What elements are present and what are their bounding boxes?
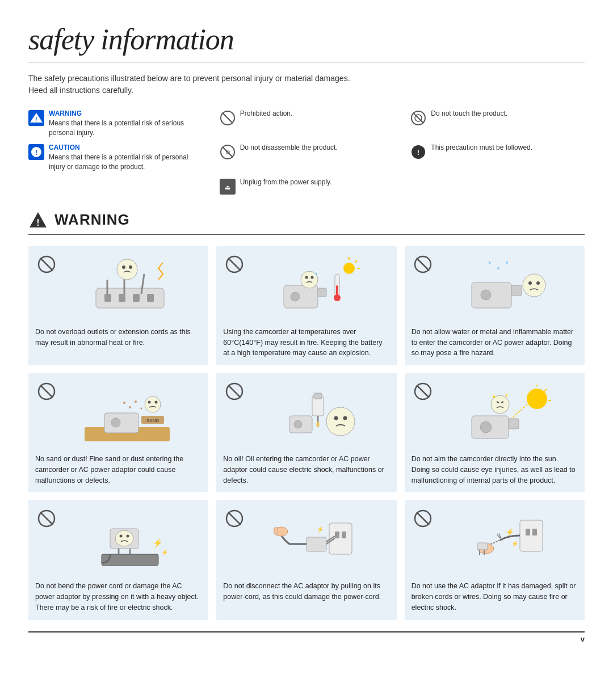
svg-rect-36 — [318, 288, 326, 297]
legend-no-disassemble: ⚙ Do not disassemble the product. — [220, 143, 394, 171]
card4-text: No sand or dust! Fine sand or dust enter… — [35, 454, 201, 486]
warning-card-damaged: ⚡ ⚡ Do not use the AC adaptor if it has … — [405, 500, 585, 619]
unplug-legend-text: Unplug from the power supply. — [240, 178, 332, 187]
warning-section-icon: ! — [28, 210, 48, 230]
svg-point-74 — [326, 407, 355, 436]
svg-point-40 — [310, 276, 313, 279]
no-sign-icon3 — [414, 255, 432, 273]
svg-text:✦: ✦ — [492, 394, 496, 400]
warning-cards-grid: Do not overload outlets or extension cor… — [28, 246, 585, 620]
page-title: safety information — [28, 23, 585, 62]
svg-point-43 — [334, 294, 341, 301]
svg-line-13 — [222, 147, 233, 157]
svg-line-83 — [544, 389, 547, 391]
svg-rect-107 — [329, 523, 352, 554]
svg-point-63 — [123, 402, 125, 404]
legend-spacer2 — [410, 178, 585, 195]
svg-point-81 — [527, 389, 547, 409]
svg-point-52 — [481, 290, 491, 300]
warning-card-temperature: Using the camcorder at temperatures over… — [216, 246, 396, 365]
warning-card-sand: SAND No sand or dust! Fine sand or dust … — [28, 373, 208, 492]
card1-image — [35, 253, 201, 321]
svg-point-53 — [523, 274, 545, 297]
svg-text:⏏: ⏏ — [225, 184, 230, 191]
svg-text:!: ! — [35, 116, 37, 123]
card8-image: ⚡ — [223, 507, 389, 575]
no-disassemble-legend-text: Do not disassemble the product. — [240, 143, 338, 153]
svg-rect-35 — [284, 285, 318, 308]
card7-image: ⚡ ⚡ — [35, 507, 201, 575]
warning-legend-text: WARNING Means that there is a potential … — [49, 109, 203, 137]
svg-text:⚡: ⚡ — [506, 528, 514, 536]
svg-line-4 — [222, 113, 233, 123]
svg-text:⚡: ⚡ — [153, 538, 163, 548]
card3-text: Do not allow water or metal and inflamma… — [412, 327, 578, 359]
svg-rect-24 — [119, 294, 125, 302]
svg-rect-112 — [274, 528, 278, 534]
svg-point-60 — [111, 418, 120, 427]
svg-line-95 — [40, 512, 53, 525]
legend-spacer1 — [28, 178, 203, 195]
svg-line-49 — [417, 258, 429, 271]
svg-point-37 — [291, 292, 300, 301]
svg-point-98 — [119, 534, 122, 537]
card8-text: Do not disconnect the AC adaptor by pull… — [223, 581, 389, 602]
svg-rect-51 — [511, 285, 522, 296]
svg-point-54 — [528, 281, 532, 285]
no-sign-icon6 — [414, 382, 432, 400]
disconnect-illustration: ⚡ — [267, 512, 363, 571]
svg-rect-26 — [147, 294, 154, 302]
warning-description: Means that there is a potential risk of … — [49, 119, 203, 138]
svg-point-88 — [480, 421, 492, 433]
oil-illustration — [267, 385, 363, 444]
warning-card-outlets: Do not overload outlets or extension cor… — [28, 246, 208, 365]
no-sign-icon4 — [37, 382, 56, 400]
card5-text: No oil! Oil entering the camcorder or AC… — [223, 454, 389, 486]
svg-rect-120 — [532, 529, 537, 535]
svg-point-69 — [154, 400, 157, 403]
warning-section-header: ! WARNING — [28, 210, 585, 235]
no-touch-legend-text: Do not touch the product. — [431, 109, 507, 119]
svg-point-62 — [135, 400, 137, 403]
must-follow-legend-text: This precaution must be followed. — [431, 143, 532, 153]
svg-point-31 — [122, 265, 125, 269]
card4-image: SAND — [35, 380, 201, 448]
svg-point-32 — [129, 265, 132, 269]
svg-text:SAND: SAND — [146, 418, 159, 423]
no-disassemble-icon: ⚙ — [220, 144, 236, 160]
sand-illustration: SAND — [79, 385, 175, 444]
svg-rect-73 — [314, 393, 322, 399]
powercord-illustration: ⚡ ⚡ — [79, 512, 175, 571]
warning-card-disconnect: ⚡ Do not disconnect the AC adaptor by pu… — [216, 500, 396, 619]
svg-text:⚡: ⚡ — [511, 540, 519, 547]
svg-point-30 — [117, 259, 137, 280]
unplug-label: Unplug from the power supply. — [240, 178, 332, 187]
svg-line-21 — [40, 258, 53, 271]
legend-must-follow: ! This precaution must be followed. — [410, 143, 585, 171]
outlets-illustration — [79, 257, 175, 317]
no-sign-icon9 — [414, 509, 432, 528]
legend-prohibited: Prohibited action. — [220, 109, 394, 137]
svg-rect-87 — [509, 419, 519, 429]
svg-point-61 — [129, 406, 131, 408]
card5-image — [223, 380, 389, 448]
warning-label: WARNING — [49, 109, 203, 119]
legend-no-touch: Do not touch the product. — [410, 109, 585, 137]
page-number: v — [28, 631, 585, 643]
svg-point-75 — [334, 416, 338, 420]
svg-text:⚡: ⚡ — [161, 549, 169, 556]
svg-point-67 — [145, 397, 161, 412]
warning-card-water: Do not allow water or metal and inflamma… — [405, 246, 585, 365]
prohibited-icon — [220, 110, 236, 126]
warning-card-oil: No oil! Oil entering the camcorder or AC… — [216, 373, 396, 492]
no-touch-label: Do not touch the product. — [431, 109, 507, 119]
svg-line-34 — [228, 258, 241, 271]
legend-section: ! WARNING Means that there is a potentia… — [28, 109, 585, 195]
caution-icon: ! — [28, 144, 44, 160]
prohibited-label: Prohibited action. — [240, 109, 293, 119]
svg-point-76 — [343, 416, 347, 420]
no-sign-icon7 — [37, 509, 56, 528]
legend-warning: ! WARNING Means that there is a potentia… — [28, 109, 203, 137]
temperature-illustration — [267, 257, 363, 317]
svg-rect-108 — [335, 532, 339, 538]
